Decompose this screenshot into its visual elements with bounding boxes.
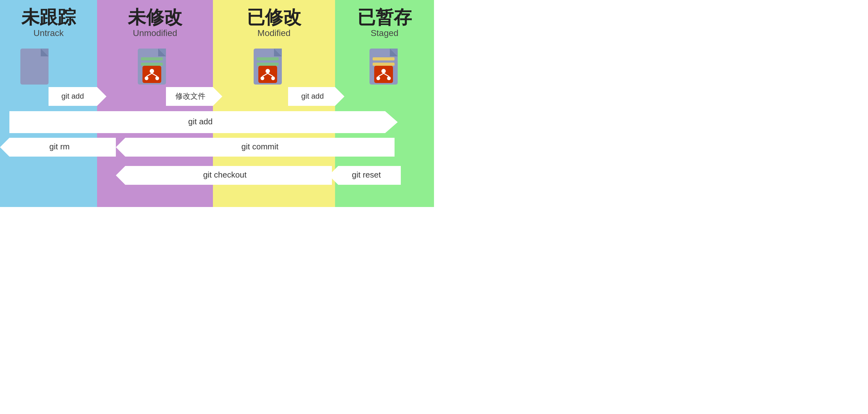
svg-rect-8 (143, 66, 161, 83)
arrow-git-reset: git reset (329, 166, 401, 185)
svg-point-20 (266, 69, 270, 73)
arrow-git-rm: git rm (0, 138, 116, 157)
svg-point-10 (145, 76, 148, 80)
svg-rect-7 (141, 63, 163, 66)
svg-rect-30 (374, 66, 393, 83)
label-git-reset: git reset (352, 170, 381, 180)
file-icon-modified (254, 49, 282, 85)
label-git-add-2: git add (301, 92, 324, 100)
svg-point-11 (155, 76, 159, 80)
svg-rect-19 (258, 66, 277, 83)
label-git-checkout: git checkout (203, 170, 247, 180)
zone-modified-english: Modified (257, 28, 290, 38)
svg-point-21 (260, 76, 264, 80)
arrow-git-add-long: git add (9, 111, 398, 133)
file-icon-unmodified (138, 49, 166, 85)
label-git-add-long: git add (188, 117, 213, 126)
zone-staged-chinese: 已暂存 (357, 7, 412, 27)
zone-unmodified-chinese: 未修改 (127, 7, 183, 27)
svg-rect-29 (373, 63, 395, 66)
zone-untrack-chinese: 未跟踪 (21, 7, 76, 27)
arrow-git-commit: git commit (116, 138, 395, 157)
zone-untrack-english: Untrack (33, 28, 64, 38)
svg-point-33 (387, 76, 391, 80)
label-git-commit: git commit (241, 142, 279, 151)
svg-point-22 (271, 76, 275, 80)
label-git-add-1: git add (61, 92, 84, 100)
svg-rect-17 (257, 57, 279, 60)
svg-rect-6 (141, 57, 163, 60)
arrow-git-add-2: git add (288, 87, 344, 106)
svg-rect-18 (257, 63, 279, 66)
zone-unmodified-english: Unmodified (133, 28, 177, 38)
svg-point-31 (381, 69, 386, 73)
label-git-rm: git rm (50, 142, 70, 151)
file-icon-untrack (20, 49, 49, 85)
label-modify-file: 修改文件 (175, 92, 206, 100)
file-icon-staged (370, 49, 398, 85)
zone-modified-chinese: 已修改 (247, 7, 302, 27)
zone-staged-english: Staged (371, 28, 399, 38)
svg-rect-28 (373, 57, 395, 60)
arrow-git-add-1: git add (49, 87, 106, 106)
svg-point-9 (150, 69, 154, 73)
svg-point-32 (376, 76, 380, 80)
arrow-git-checkout: git checkout (116, 166, 332, 185)
arrow-modify-file: 修改文件 (166, 87, 222, 106)
